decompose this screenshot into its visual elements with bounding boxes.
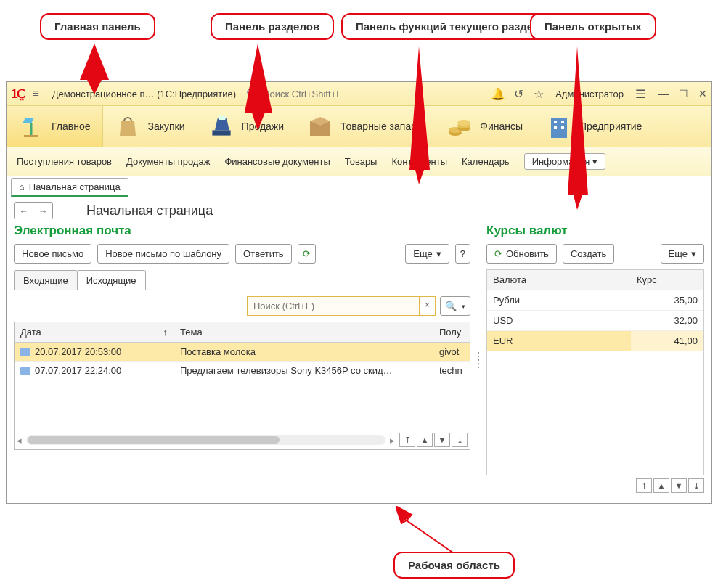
desk-lamp-icon xyxy=(18,113,44,139)
callout-arrow xyxy=(396,506,461,557)
mail-table: Дата↑ Тема Полу 20.07.2017 20:53:00 Пост… xyxy=(14,322,470,450)
section-main[interactable]: Главное xyxy=(7,106,103,147)
section-finance[interactable]: Финансы xyxy=(435,106,534,147)
table-row[interactable]: Рубли 35,00 xyxy=(487,290,703,311)
table-row[interactable]: 20.07.2017 20:53:00 Поставка молока givo… xyxy=(15,343,470,362)
rates-more-button[interactable]: Еще ▾ xyxy=(661,244,704,264)
func-fin-docs[interactable]: Финансовые документы xyxy=(224,156,330,167)
logo-1c: 1C̤ xyxy=(11,86,25,102)
svg-rect-9 xyxy=(554,121,557,123)
horizontal-scrollbar[interactable] xyxy=(26,435,385,445)
open-tab-home[interactable]: ⌂ Начальная страница xyxy=(11,178,128,197)
app-window: 1C̤ ≡ Демонстрационное п… (1С:Предприяти… xyxy=(6,81,712,504)
callout-arrow xyxy=(559,46,595,210)
sort-asc-icon[interactable]: ↑ xyxy=(163,327,168,338)
func-sales-docs[interactable]: Документы продаж xyxy=(126,156,210,167)
callout-arrow xyxy=(73,44,116,94)
bag-icon xyxy=(115,113,141,139)
mail-icon xyxy=(20,348,30,356)
page-title: Начальная страница xyxy=(86,203,213,219)
new-mail-button[interactable]: Новое письмо xyxy=(14,244,91,264)
functions-panel: Поступления товаров Документы продаж Фин… xyxy=(7,147,711,176)
svg-rect-1 xyxy=(219,116,225,120)
section-label: Финансы xyxy=(480,121,523,132)
more-label: Еще xyxy=(413,248,432,259)
nav-up-button[interactable]: ▲ xyxy=(417,433,433,447)
col-subject[interactable]: Тема xyxy=(174,322,433,342)
rates-create-button[interactable]: Создать xyxy=(563,244,614,264)
scroll-right-icon[interactable]: ▸ xyxy=(390,435,395,446)
section-purchases[interactable]: Закупки xyxy=(103,106,197,147)
callout-arrow xyxy=(401,46,437,184)
refresh-label: Обновить xyxy=(506,248,549,259)
tab-outbox[interactable]: Исходящие xyxy=(77,270,146,290)
box-icon xyxy=(307,113,333,139)
maximize-button[interactable]: ☐ xyxy=(679,88,688,99)
table-row[interactable]: USD 32,00 xyxy=(487,311,703,331)
mail-more-button[interactable]: Еще ▾ xyxy=(405,244,449,264)
email-title: Электронная почта xyxy=(14,224,470,238)
nav-back-button[interactable]: ← xyxy=(15,203,33,219)
callout-open-panel: Панель открытых xyxy=(530,13,656,40)
scroll-left-icon[interactable]: ◂ xyxy=(17,435,22,446)
func-calendar[interactable]: Календарь xyxy=(462,156,510,167)
caret-down-icon: ▾ xyxy=(691,248,696,259)
caret-down-icon: ▾ xyxy=(436,248,441,259)
section-label: Главное xyxy=(52,121,91,132)
col-recipient[interactable]: Полу xyxy=(433,322,470,342)
rates-refresh-button[interactable]: ⟳Обновить xyxy=(486,244,557,264)
minimize-button[interactable]: — xyxy=(658,88,669,99)
user-menu-icon[interactable]: ☰ xyxy=(632,87,648,101)
nav-up-button[interactable]: ▲ xyxy=(653,478,669,493)
table-row[interactable]: 07.07.2017 22:24:00 Предлагаем телевизор… xyxy=(15,362,470,380)
rates-table: Валюта Курс Рубли 35,00 USD 32,00 EUR 41… xyxy=(486,269,704,475)
nav-last-button[interactable]: ⤓ xyxy=(452,433,468,447)
new-mail-template-button[interactable]: Новое письмо по шаблону xyxy=(97,244,229,264)
tab-inbox[interactable]: Входящие xyxy=(14,270,78,290)
callout-arrow xyxy=(236,44,280,131)
rates-block: Курсы валют ⟳Обновить Создать Еще ▾ Валю… xyxy=(486,224,704,496)
callout-main-panel: Главная панель xyxy=(40,13,155,40)
col-rate[interactable]: Курс xyxy=(631,270,703,290)
nav-last-button[interactable]: ⤓ xyxy=(688,478,704,493)
history-icon[interactable]: ↺ xyxy=(510,87,526,101)
func-receipts[interactable]: Поступления товаров xyxy=(17,156,112,167)
clear-search-button[interactable]: × xyxy=(419,297,435,315)
reply-button[interactable]: Ответить xyxy=(235,244,292,264)
star-icon[interactable]: ☆ xyxy=(531,87,547,101)
col-currency[interactable]: Валюта xyxy=(487,270,631,290)
refresh-icon: ⟳ xyxy=(303,248,311,259)
section-label: Закупки xyxy=(148,121,185,132)
refresh-icon: ⟳ xyxy=(494,248,502,259)
mail-search-button[interactable]: 🔍▾ xyxy=(440,296,470,316)
email-block: Электронная почта Новое письмо Новое пис… xyxy=(14,224,470,496)
cell-rcpt: givot xyxy=(433,343,470,361)
col-date[interactable]: Дата xyxy=(20,327,41,338)
cash-register-icon xyxy=(208,113,234,139)
close-button[interactable]: ✕ xyxy=(698,88,707,99)
nav-down-button[interactable]: ▼ xyxy=(671,478,687,493)
mail-help-button[interactable]: ? xyxy=(455,244,470,264)
nav-down-button[interactable]: ▼ xyxy=(434,433,450,447)
bell-icon[interactable]: 🔔 xyxy=(490,87,506,101)
table-row[interactable]: EUR 41,00 xyxy=(487,331,703,351)
nav-first-button[interactable]: ⤒ xyxy=(399,433,415,447)
splitter[interactable] xyxy=(476,224,481,496)
nav-forward-button[interactable]: → xyxy=(33,203,52,219)
nav-first-button[interactable]: ⤒ xyxy=(636,478,652,493)
menu-icon[interactable]: ≡ xyxy=(29,87,41,100)
open-tab-label: Начальная страница xyxy=(29,181,121,192)
svg-rect-11 xyxy=(554,126,557,129)
func-goods[interactable]: Товары xyxy=(345,156,378,167)
mail-search-input[interactable] xyxy=(248,297,419,315)
sections-panel: Главное Закупки Продажи Товарные запасы xyxy=(7,105,711,147)
cell-rcpt: techn xyxy=(433,362,470,380)
coins-icon xyxy=(446,113,473,139)
cell-rate: 32,00 xyxy=(631,311,703,330)
mail-search[interactable]: × xyxy=(247,296,436,316)
callout-workspace: Рабочая область xyxy=(393,552,515,579)
cell-rate: 41,00 xyxy=(631,331,703,351)
refresh-mail-button[interactable]: ⟳ xyxy=(298,244,316,264)
mail-icon xyxy=(20,367,30,375)
cell-currency: USD xyxy=(487,311,631,330)
